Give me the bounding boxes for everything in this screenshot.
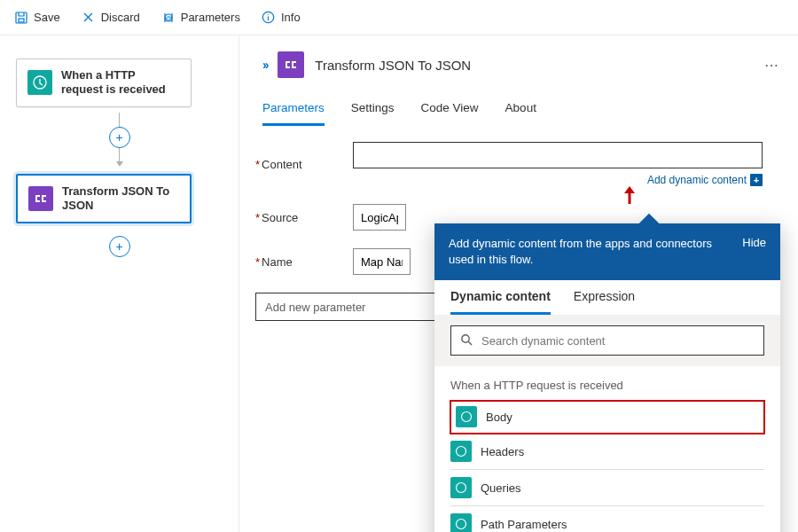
- add-dynamic-content-link[interactable]: Add dynamic content +: [353, 174, 763, 186]
- tab-about[interactable]: About: [505, 96, 536, 126]
- trigger-node-http[interactable]: When a HTTP request is received: [16, 59, 192, 107]
- svg-point-13: [457, 520, 466, 529]
- name-label: *Name: [255, 255, 353, 269]
- workflow-canvas[interactable]: When a HTTP request is received + Transf…: [0, 35, 239, 532]
- add-step-button[interactable]: +: [109, 127, 130, 148]
- panel-title: Transform JSON To JSON: [315, 58, 471, 73]
- dynamic-item-headers[interactable]: Headers: [450, 434, 764, 470]
- tab-settings[interactable]: Settings: [351, 96, 395, 126]
- svg-point-12: [457, 483, 466, 493]
- save-icon: [14, 11, 28, 25]
- tab-parameters[interactable]: Parameters: [262, 96, 325, 126]
- content-input[interactable]: [353, 142, 763, 168]
- liquid-transform-icon: [28, 186, 53, 211]
- action-node-transform[interactable]: Transform JSON To JSON: [16, 174, 192, 224]
- svg-rect-0: [16, 12, 27, 23]
- dynamic-item-queries[interactable]: Queries: [450, 470, 764, 506]
- discard-label: Discard: [101, 11, 140, 24]
- collapse-chevron-icon[interactable]: ››: [262, 58, 267, 72]
- http-pathparams-icon: [450, 513, 472, 532]
- add-step-end-button[interactable]: +: [109, 236, 130, 257]
- dynamic-search[interactable]: [450, 325, 764, 356]
- connector: +: [16, 113, 223, 167]
- save-label: Save: [34, 11, 60, 24]
- plus-badge-icon: +: [750, 174, 763, 186]
- dynamic-item-body-label: Body: [486, 411, 512, 424]
- add-dynamic-label: Add dynamic content: [647, 174, 747, 186]
- details-panel: ›› Transform JSON To JSON ⋯ Parameters S…: [239, 35, 798, 532]
- dynamic-item-body[interactable]: Body: [450, 401, 764, 434]
- parameters-button[interactable]: @ Parameters: [153, 7, 249, 28]
- panel-more-button[interactable]: ⋯: [764, 57, 780, 74]
- http-trigger-icon: [27, 70, 52, 95]
- source-input[interactable]: [353, 204, 406, 231]
- add-new-parameter-label: Add new parameter: [265, 301, 365, 314]
- tab-codeview[interactable]: Code View: [421, 96, 479, 126]
- info-button[interactable]: Info: [253, 7, 309, 28]
- dynamic-item-headers-label: Headers: [481, 445, 524, 458]
- svg-point-10: [462, 412, 472, 422]
- action-node-label: Transform JSON To JSON: [62, 184, 179, 214]
- http-headers-icon: [450, 441, 472, 462]
- popup-tab-dynamic[interactable]: Dynamic content: [450, 289, 551, 315]
- panel-tabs: Parameters Settings Code View About: [239, 90, 780, 126]
- save-button[interactable]: Save: [5, 7, 69, 28]
- dynamic-content-popup: Add dynamic content from the apps and co…: [434, 223, 780, 532]
- source-label: *Source: [255, 211, 353, 224]
- popup-headline: Add dynamic content from the apps and co…: [449, 236, 732, 268]
- svg-point-6: [268, 14, 269, 15]
- discard-icon: [82, 11, 96, 25]
- svg-point-8: [462, 335, 469, 342]
- trigger-node-label: When a HTTP request is received: [61, 68, 180, 98]
- dynamic-item-pathparams[interactable]: Path Parameters: [450, 506, 764, 532]
- popup-hide-button[interactable]: Hide: [742, 236, 766, 249]
- http-queries-icon: [450, 477, 472, 498]
- panel-action-icon: [278, 51, 304, 78]
- search-icon: [460, 333, 473, 348]
- svg-text:@: @: [165, 14, 171, 20]
- svg-line-9: [468, 341, 472, 345]
- top-toolbar: Save Discard @ Parameters Info: [0, 0, 798, 35]
- svg-point-11: [457, 447, 466, 457]
- dynamic-search-input[interactable]: [481, 334, 755, 348]
- content-label: *Content: [255, 158, 353, 171]
- popup-tab-expression[interactable]: Expression: [574, 289, 635, 315]
- parameters-label: Parameters: [181, 11, 240, 24]
- dynamic-item-pathparams-label: Path Parameters: [481, 518, 567, 531]
- http-body-icon: [456, 406, 477, 427]
- popup-section-title: When a HTTP request is received: [434, 366, 780, 401]
- name-input[interactable]: [353, 248, 411, 275]
- info-label: Info: [281, 11, 301, 24]
- discard-button[interactable]: Discard: [73, 7, 149, 28]
- svg-rect-1: [19, 19, 24, 22]
- parameters-icon: @: [161, 11, 176, 25]
- dynamic-item-queries-label: Queries: [481, 481, 521, 495]
- info-icon: [262, 11, 276, 25]
